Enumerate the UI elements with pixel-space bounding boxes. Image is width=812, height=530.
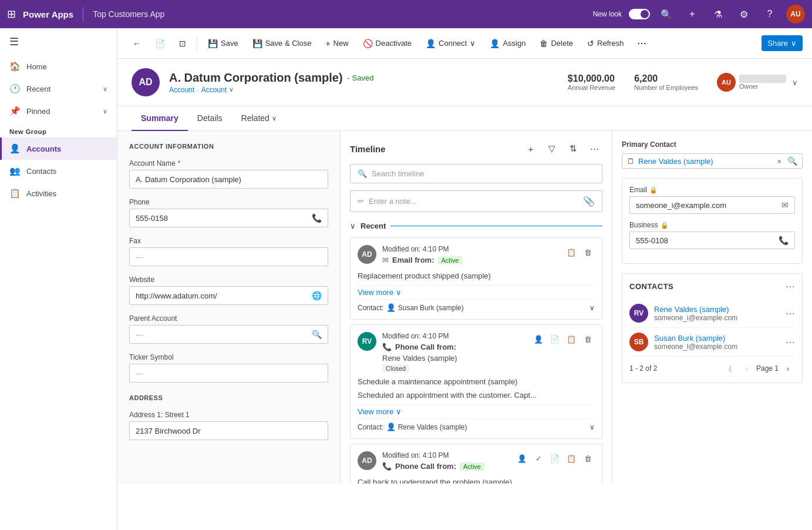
connect-icon: 👤	[426, 39, 436, 48]
save-close-button[interactable]: 💾 Save & Close	[247, 35, 318, 52]
note-button[interactable]: 📄	[149, 35, 171, 52]
share-button[interactable]: Share ∨	[762, 35, 803, 51]
entry-0-copy-btn[interactable]: 📋	[564, 245, 578, 259]
new-button[interactable]: + New	[319, 35, 354, 52]
sidebar-item-contacts[interactable]: 👥 Contacts	[0, 160, 117, 182]
refresh-button[interactable]: ↺ Refresh	[581, 35, 630, 52]
delete-button[interactable]: 🗑 Delete	[534, 35, 579, 52]
entry-2-copy-btn[interactable]: 📋	[564, 451, 578, 465]
record-header: AD A. Datum Corporation (sample) - Saved…	[117, 59, 812, 106]
breadcrumb-link-1[interactable]: Account	[169, 86, 194, 94]
email-field-value[interactable]: someone_i@example.com ✉	[629, 196, 795, 214]
entry-1-copy-btn[interactable]: 📋	[564, 332, 578, 346]
timeline-add-btn[interactable]: +	[523, 140, 539, 157]
entry-1-contact-icon: 👤	[386, 422, 396, 431]
phone-input[interactable]: 555-0158 📞	[129, 209, 328, 227]
timeline-filter-btn[interactable]: ▽	[544, 140, 560, 157]
entry-1-contact-row[interactable]: Contact: 👤 Rene Valdes (sample) ∨	[358, 418, 595, 431]
tab-summary[interactable]: Summary	[132, 106, 188, 131]
sidebar-item-activities[interactable]: 📋 Activities	[0, 182, 117, 204]
pagination-first[interactable]: ⟪	[723, 361, 737, 375]
entry-2-delete-btn[interactable]: 🗑	[581, 451, 595, 465]
breadcrumb-link-2[interactable]: Account	[201, 86, 227, 94]
breadcrumb-dropdown[interactable]: ∨	[229, 86, 234, 93]
tab-related[interactable]: Related ∨	[232, 106, 286, 131]
save-label: Save	[221, 39, 238, 48]
entry-1-view-more[interactable]: View more ∨	[358, 404, 595, 418]
sidebar-item-accounts[interactable]: 👤 Accounts	[0, 137, 117, 160]
assign-icon: 👤	[490, 39, 500, 48]
phone-icon[interactable]: 📞	[312, 213, 322, 223]
pagination-prev[interactable]: ‹	[740, 361, 754, 375]
contact-1-name[interactable]: Susan Burk (sample)	[654, 334, 780, 343]
help-icon[interactable]: ?	[760, 5, 779, 24]
timeline-more-btn[interactable]: ⋯	[586, 140, 602, 157]
pagination-next[interactable]: ›	[781, 361, 795, 375]
entry-2-type-icon: 📞	[382, 462, 392, 471]
contact-0-more[interactable]: ⋯	[786, 308, 795, 319]
new-look-toggle[interactable]	[629, 9, 650, 19]
save-button[interactable]: 💾 Save	[202, 35, 244, 52]
contact-0-avatar: RV	[629, 304, 648, 323]
contact-0-name[interactable]: Rene Valdes (sample)	[654, 305, 780, 314]
connect-label: Connect	[439, 39, 467, 48]
website-icon[interactable]: 🌐	[312, 291, 322, 300]
field-phone: Phone 555-0158 📞	[129, 198, 328, 227]
entry-2-check-btn[interactable]: ✓	[531, 451, 545, 465]
business-field-label: Business 🔒	[629, 221, 795, 229]
search-icon[interactable]: 🔍	[657, 5, 676, 24]
add-icon[interactable]: +	[683, 5, 702, 24]
expand-button[interactable]: ⊡	[173, 35, 192, 52]
sidebar-item-home[interactable]: 🏠 Home	[0, 55, 117, 78]
timeline-note[interactable]: ✏ Enter a note... 📎	[350, 190, 602, 212]
primary-contact-field[interactable]: 🗒 Rene Valdes (sample) × 🔍	[622, 153, 803, 169]
entry-1-assign-btn[interactable]: 👤	[531, 332, 545, 346]
sidebar-hamburger[interactable]: ☰	[0, 28, 117, 55]
contact-1-more[interactable]: ⋯	[786, 337, 795, 348]
annual-revenue-stat: $10,000.00 Annual Revenue	[568, 73, 615, 91]
connect-button[interactable]: 👤 Connect ∨	[420, 35, 481, 52]
back-button[interactable]: ←	[127, 35, 147, 52]
website-input[interactable]: http://www.adatum.com/ 🌐	[129, 286, 328, 305]
parent-account-input[interactable]: --- 🔍	[129, 325, 328, 344]
primary-contact-remove[interactable]: ×	[777, 157, 781, 166]
entry-2-doc-btn[interactable]: 📄	[548, 451, 562, 465]
entry-2-assign-btn[interactable]: 👤	[515, 451, 529, 465]
timeline-sort-btn[interactable]: ⇅	[565, 140, 581, 157]
primary-contact-name[interactable]: Rene Valdes (sample)	[638, 157, 773, 166]
fax-input[interactable]: ---	[129, 247, 328, 266]
pagination-info: 1 - 2 of 2	[629, 364, 657, 373]
grid-icon[interactable]: ⊞	[7, 8, 16, 21]
sidebar-item-recent[interactable]: 🕐 Recent ∨	[0, 78, 117, 100]
assign-button[interactable]: 👤 Assign	[484, 35, 531, 52]
entry-1-doc-btn[interactable]: 📄	[548, 332, 562, 346]
entry-0-delete-btn[interactable]: 🗑	[581, 245, 595, 259]
email-action-icon[interactable]: ✉	[781, 200, 789, 210]
attach-icon[interactable]: 📎	[583, 196, 595, 207]
required-star: *	[178, 159, 181, 167]
ticker-symbol-input[interactable]: ---	[129, 364, 328, 383]
settings-icon[interactable]: ⚙	[734, 5, 753, 24]
entry-0-view-more[interactable]: View more ∨	[358, 285, 595, 299]
tab-details[interactable]: Details	[188, 106, 232, 131]
entry-0-contact-row[interactable]: Contact: 👤 Susan Burk (sample) ∨	[358, 299, 595, 312]
user-avatar[interactable]: AU	[786, 5, 805, 24]
sidebar-item-pinned[interactable]: 📌 Pinned ∨	[0, 100, 117, 122]
account-name-input[interactable]: A. Datum Corporation (sample)	[129, 170, 328, 189]
owner-expand[interactable]: ∨	[792, 78, 798, 87]
more-button[interactable]: ⋯	[632, 34, 651, 52]
timeline-search[interactable]: 🔍 Search timeline	[350, 164, 602, 183]
deactivate-button[interactable]: 🚫 Deactivate	[357, 35, 417, 52]
entry-2-badge: Active	[460, 462, 484, 471]
parent-account-search-icon[interactable]: 🔍	[312, 330, 322, 339]
business-action-icon[interactable]: 📞	[779, 236, 789, 245]
business-field-value[interactable]: 555-0108 📞	[629, 232, 795, 249]
save-icon: 💾	[208, 39, 218, 48]
street1-input[interactable]: 2137 Birchwood Dr	[129, 421, 328, 440]
recent-chevron[interactable]: ∨	[350, 222, 356, 230]
entry-0-type-label: Email from:	[392, 256, 434, 264]
primary-contact-search[interactable]: 🔍	[787, 156, 797, 166]
contacts-more-btn[interactable]: ⋯	[786, 281, 795, 292]
entry-1-delete-btn[interactable]: 🗑	[581, 332, 595, 346]
filter-icon[interactable]: ⚗	[709, 5, 727, 24]
